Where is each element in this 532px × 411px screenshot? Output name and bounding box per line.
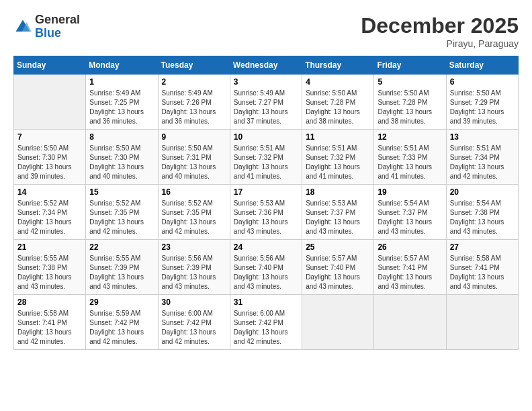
day-number: 16 <box>162 187 226 197</box>
calendar-cell: 6Sunrise: 5:50 AMSunset: 7:29 PMDaylight… <box>446 75 518 130</box>
calendar-week-2: 7Sunrise: 5:50 AMSunset: 7:30 PMDaylight… <box>14 130 519 185</box>
column-header-wednesday: Wednesday <box>230 56 302 75</box>
day-info: Sunrise: 5:58 AMSunset: 7:41 PMDaylight:… <box>17 309 82 347</box>
day-info: Sunrise: 5:57 AMSunset: 7:40 PMDaylight:… <box>306 254 370 291</box>
calendar-cell: 8Sunrise: 5:50 AMSunset: 7:30 PMDaylight… <box>86 130 158 185</box>
day-number: 18 <box>306 187 370 197</box>
calendar-cell: 27Sunrise: 5:58 AMSunset: 7:41 PMDayligh… <box>446 240 518 295</box>
day-number: 4 <box>306 77 370 87</box>
calendar-cell: 23Sunrise: 5:56 AMSunset: 7:39 PMDayligh… <box>158 240 230 295</box>
day-info: Sunrise: 5:59 AMSunset: 7:42 PMDaylight:… <box>89 309 154 347</box>
day-number: 26 <box>378 242 442 252</box>
day-number: 29 <box>89 298 154 307</box>
calendar-cell: 21Sunrise: 5:55 AMSunset: 7:38 PMDayligh… <box>14 240 86 295</box>
day-number: 28 <box>17 298 82 307</box>
day-info: Sunrise: 5:50 AMSunset: 7:30 PMDaylight:… <box>89 144 154 181</box>
day-number: 30 <box>162 298 226 307</box>
calendar-cell: 4Sunrise: 5:50 AMSunset: 7:28 PMDaylight… <box>302 75 374 130</box>
calendar-cell <box>302 295 374 350</box>
calendar-table: SundayMondayTuesdayWednesdayThursdayFrid… <box>13 56 519 350</box>
calendar-cell: 31Sunrise: 6:00 AMSunset: 7:42 PMDayligh… <box>230 295 302 350</box>
day-info: Sunrise: 5:55 AMSunset: 7:39 PMDaylight:… <box>89 254 154 291</box>
day-number: 1 <box>89 77 154 87</box>
day-info: Sunrise: 5:56 AMSunset: 7:39 PMDaylight:… <box>162 254 226 291</box>
day-number: 14 <box>17 187 82 197</box>
column-header-monday: Monday <box>86 56 158 75</box>
calendar-cell: 19Sunrise: 5:54 AMSunset: 7:37 PMDayligh… <box>374 185 446 240</box>
calendar-body: 1Sunrise: 5:49 AMSunset: 7:25 PMDaylight… <box>14 75 519 350</box>
day-number: 24 <box>234 242 298 252</box>
day-number: 15 <box>89 187 154 197</box>
day-number: 19 <box>378 187 442 197</box>
calendar-cell: 28Sunrise: 5:58 AMSunset: 7:41 PMDayligh… <box>14 295 86 350</box>
day-number: 12 <box>378 132 442 142</box>
calendar-cell: 17Sunrise: 5:53 AMSunset: 7:36 PMDayligh… <box>230 185 302 240</box>
day-number: 7 <box>17 132 82 142</box>
calendar-cell: 11Sunrise: 5:51 AMSunset: 7:32 PMDayligh… <box>302 130 374 185</box>
day-info: Sunrise: 5:51 AMSunset: 7:33 PMDaylight:… <box>378 144 442 181</box>
day-info: Sunrise: 5:50 AMSunset: 7:30 PMDaylight:… <box>17 144 82 181</box>
logo-general: General <box>35 13 80 26</box>
day-number: 20 <box>450 187 515 197</box>
calendar-week-5: 28Sunrise: 5:58 AMSunset: 7:41 PMDayligh… <box>14 295 519 350</box>
day-number: 27 <box>450 242 515 252</box>
day-number: 8 <box>89 132 154 142</box>
month-title: December 2025 <box>361 13 519 38</box>
day-info: Sunrise: 5:54 AMSunset: 7:38 PMDaylight:… <box>450 199 515 236</box>
day-number: 23 <box>162 242 226 252</box>
calendar-cell: 29Sunrise: 5:59 AMSunset: 7:42 PMDayligh… <box>86 295 158 350</box>
day-info: Sunrise: 5:53 AMSunset: 7:36 PMDaylight:… <box>234 199 298 236</box>
day-info: Sunrise: 5:49 AMSunset: 7:27 PMDaylight:… <box>234 89 298 126</box>
day-number: 11 <box>306 132 370 142</box>
day-number: 3 <box>234 77 298 87</box>
day-number: 22 <box>89 242 154 252</box>
day-info: Sunrise: 5:56 AMSunset: 7:40 PMDaylight:… <box>234 254 298 291</box>
logo-blue: Blue <box>35 26 61 40</box>
day-info: Sunrise: 5:52 AMSunset: 7:35 PMDaylight:… <box>89 199 154 236</box>
day-info: Sunrise: 5:50 AMSunset: 7:28 PMDaylight:… <box>306 89 370 126</box>
calendar-cell: 22Sunrise: 5:55 AMSunset: 7:39 PMDayligh… <box>86 240 158 295</box>
day-info: Sunrise: 5:51 AMSunset: 7:34 PMDaylight:… <box>450 144 515 181</box>
day-info: Sunrise: 5:58 AMSunset: 7:41 PMDaylight:… <box>450 254 515 291</box>
day-info: Sunrise: 6:00 AMSunset: 7:42 PMDaylight:… <box>162 309 226 347</box>
column-header-thursday: Thursday <box>302 56 374 75</box>
calendar-cell: 12Sunrise: 5:51 AMSunset: 7:33 PMDayligh… <box>374 130 446 185</box>
calendar-cell: 18Sunrise: 5:53 AMSunset: 7:37 PMDayligh… <box>302 185 374 240</box>
logo-icon <box>13 17 32 36</box>
day-info: Sunrise: 5:54 AMSunset: 7:37 PMDaylight:… <box>378 199 442 236</box>
calendar-cell: 25Sunrise: 5:57 AMSunset: 7:40 PMDayligh… <box>302 240 374 295</box>
column-header-friday: Friday <box>374 56 446 75</box>
day-number: 9 <box>162 132 226 142</box>
day-number: 13 <box>450 132 515 142</box>
day-info: Sunrise: 5:52 AMSunset: 7:34 PMDaylight:… <box>17 199 82 236</box>
logo: General Blue <box>13 13 80 40</box>
page-header: General Blue December 2025 Pirayu, Parag… <box>13 13 519 49</box>
day-info: Sunrise: 5:53 AMSunset: 7:37 PMDaylight:… <box>306 199 370 236</box>
column-header-saturday: Saturday <box>446 56 518 75</box>
day-number: 6 <box>450 77 515 87</box>
column-header-sunday: Sunday <box>14 56 86 75</box>
calendar-cell <box>374 295 446 350</box>
calendar-week-1: 1Sunrise: 5:49 AMSunset: 7:25 PMDaylight… <box>14 75 519 130</box>
location-subtitle: Pirayu, Paraguay <box>361 38 519 49</box>
day-number: 10 <box>234 132 298 142</box>
title-block: December 2025 Pirayu, Paraguay <box>361 13 519 49</box>
calendar-header-row: SundayMondayTuesdayWednesdayThursdayFrid… <box>14 56 519 75</box>
calendar-cell: 10Sunrise: 5:51 AMSunset: 7:32 PMDayligh… <box>230 130 302 185</box>
day-number: 17 <box>234 187 298 197</box>
calendar-cell: 1Sunrise: 5:49 AMSunset: 7:25 PMDaylight… <box>86 75 158 130</box>
calendar-cell: 7Sunrise: 5:50 AMSunset: 7:30 PMDaylight… <box>14 130 86 185</box>
day-info: Sunrise: 5:51 AMSunset: 7:32 PMDaylight:… <box>234 144 298 181</box>
column-header-tuesday: Tuesday <box>158 56 230 75</box>
day-info: Sunrise: 5:49 AMSunset: 7:26 PMDaylight:… <box>162 89 226 126</box>
day-info: Sunrise: 5:49 AMSunset: 7:25 PMDaylight:… <box>89 89 154 126</box>
logo-text: General Blue <box>35 13 80 40</box>
calendar-week-3: 14Sunrise: 5:52 AMSunset: 7:34 PMDayligh… <box>14 185 519 240</box>
day-info: Sunrise: 5:50 AMSunset: 7:28 PMDaylight:… <box>378 89 442 126</box>
day-number: 31 <box>234 298 298 307</box>
day-number: 2 <box>162 77 226 87</box>
day-info: Sunrise: 5:50 AMSunset: 7:29 PMDaylight:… <box>450 89 515 126</box>
calendar-cell: 5Sunrise: 5:50 AMSunset: 7:28 PMDaylight… <box>374 75 446 130</box>
calendar-cell: 14Sunrise: 5:52 AMSunset: 7:34 PMDayligh… <box>14 185 86 240</box>
day-number: 21 <box>17 242 82 252</box>
